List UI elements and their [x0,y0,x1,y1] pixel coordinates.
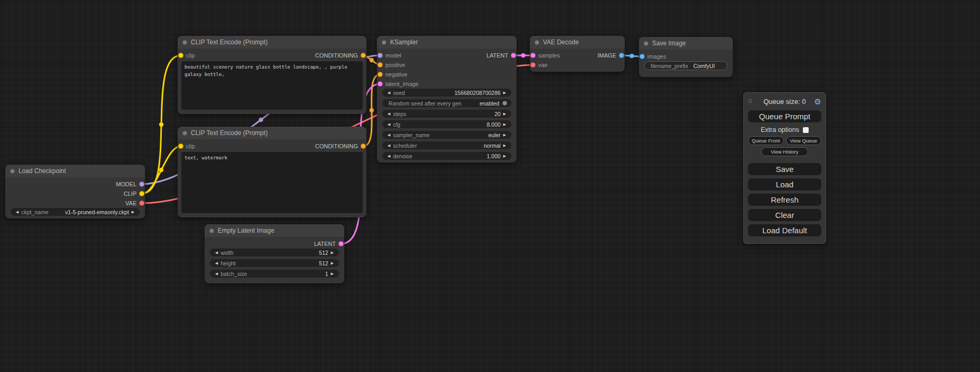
input-slot-positive-dot[interactable] [377,62,383,68]
node-title: KSampler [390,39,418,46]
input-slot-images-dot[interactable] [639,54,645,59]
node-title-bar[interactable]: CLIP Text Encode (Prompt) [178,127,366,139]
arrow-right-icon[interactable]: ▶ [501,89,509,97]
output-slot-image-dot[interactable] [619,53,624,58]
load-default-button[interactable]: Load Default [748,224,821,236]
slot-row: clip CONDITIONING [178,141,366,151]
node-save-image[interactable]: Save Image images filename_prefix ComfyU… [639,37,733,77]
extra-options-checkbox[interactable] [803,127,809,133]
widget-cfg[interactable]: ◀ cfg 8.000 ▶ [382,120,511,128]
arrow-right-icon[interactable]: ▶ [328,270,336,278]
node-clip-text-encode-negative[interactable]: CLIP Text Encode (Prompt) clip CONDITION… [178,127,366,217]
input-slot-samples-dot[interactable] [530,53,536,58]
node-title-bar[interactable]: VAE Decode [530,36,625,49]
input-slot-clip-dot[interactable] [178,144,183,149]
arrow-right-icon[interactable]: ▶ [501,131,509,139]
queue-prompt-button[interactable]: Queue Prompt [748,110,821,122]
node-title-bar[interactable]: CLIP Text Encode (Prompt) [178,36,366,49]
arrow-left-icon[interactable]: ◀ [385,131,393,139]
input-slot-vae-dot[interactable] [530,62,536,68]
arrow-right-icon[interactable]: ▶ [501,110,509,118]
widget-steps[interactable]: ◀ steps 20 ▶ [382,110,511,118]
output-slot-label: CONDITIONING [315,143,358,149]
node-title-bar[interactable]: Save Image [639,37,733,50]
widget-width[interactable]: ◀ width 512 ▶ [210,249,339,256]
collapse-dot-icon[interactable] [644,41,648,46]
arrow-right-icon[interactable]: ▶ [328,259,336,267]
collapse-dot-icon[interactable] [382,40,386,45]
slot-row: positive [377,60,517,70]
arrow-left-icon[interactable]: ◀ [13,208,21,216]
node-clip-text-encode-positive[interactable]: CLIP Text Encode (Prompt) clip CONDITION… [178,36,366,114]
arrow-left-icon[interactable]: ◀ [385,141,393,149]
view-history-button[interactable]: View History [761,147,808,156]
widget-seed[interactable]: ◀ seed 156680208700286 ▶ [382,89,511,97]
arrow-right-icon[interactable]: ▶ [501,120,509,128]
arrow-right-icon[interactable]: ▶ [328,249,336,256]
slot-row: negative [377,70,517,79]
widget-batch-size[interactable]: ◀ batch_size 1 ▶ [210,270,339,278]
collapse-dot-icon[interactable] [10,169,15,174]
toggle-dot[interactable] [502,101,507,106]
input-slot-label: clip [186,143,195,149]
arrow-left-icon[interactable]: ◀ [212,259,220,267]
output-slot-label: LATENT [487,52,508,59]
output-slot-clip-dot[interactable] [139,191,144,196]
refresh-button[interactable]: Refresh [748,194,821,206]
widget-value: enabled [480,100,499,107]
load-button[interactable]: Load [748,178,821,190]
input-slot-clip-dot[interactable] [178,53,183,58]
widget-filename-prefix[interactable]: filename_prefix ComfyUI [644,61,727,70]
clear-button[interactable]: Clear [748,209,821,221]
arrow-right-icon[interactable]: ▶ [129,208,137,216]
collapse-dot-icon[interactable] [182,131,187,136]
output-slot-latent-dot[interactable] [338,241,344,246]
slot-row: vae [530,60,625,70]
prompt-textarea[interactable]: text, watermark [181,152,363,213]
node-empty-latent-image[interactable]: Empty Latent Image LATENT ◀ width 512 ▶ … [205,224,344,283]
collapse-dot-icon[interactable] [209,228,214,233]
output-slot-latent-dot[interactable] [511,53,516,58]
collapse-dot-icon[interactable] [535,40,539,45]
node-title-bar[interactable]: Load Checkpoint [5,165,145,177]
prompt-textarea[interactable]: beautiful scenery nature glass bottle la… [181,61,363,110]
widget-value: ComfyUI [693,63,715,69]
widget-random-seed-toggle[interactable]: Random seed after every gen enabled [382,99,511,107]
queue-panel-header: ⠿ Queue size: 0 ⚙ [748,96,821,107]
collapse-dot-icon[interactable] [182,40,187,45]
gear-icon[interactable]: ⚙ [814,98,821,106]
node-title-bar[interactable]: KSampler [377,36,517,49]
graph-canvas[interactable]: Load Checkpoint MODEL CLIP VAE [0,0,980,372]
arrow-left-icon[interactable]: ◀ [385,110,393,118]
arrow-left-icon[interactable]: ◀ [385,152,393,160]
widget-height[interactable]: ◀ height 512 ▶ [210,259,339,267]
output-slot-vae-dot[interactable] [139,201,144,206]
widget-denoise[interactable]: ◀ denoise 1.000 ▶ [382,152,511,160]
widget-ckpt-name[interactable]: ◀ ckpt_name v1-5-pruned-emaonly.ckpt ▶ [11,208,140,216]
drag-handle-icon[interactable]: ⠿ [748,98,752,105]
input-slot-negative-dot[interactable] [377,72,383,77]
queue-front-button[interactable]: Queue Front [748,136,784,145]
queue-panel[interactable]: ⠿ Queue size: 0 ⚙ Queue Prompt Extra opt… [743,92,826,244]
node-load-checkpoint[interactable]: Load Checkpoint MODEL CLIP VAE [5,165,145,218]
output-slot-conditioning-dot[interactable] [361,144,366,149]
node-ksampler[interactable]: KSampler model LATENT positive [377,36,517,163]
wire-midpoint-dot [370,108,374,112]
arrow-left-icon[interactable]: ◀ [385,120,393,128]
output-slot-model-dot[interactable] [139,182,144,187]
arrow-left-icon[interactable]: ◀ [212,249,220,256]
node-title-bar[interactable]: Empty Latent Image [205,224,344,237]
arrow-left-icon[interactable]: ◀ [212,270,220,278]
save-button[interactable]: Save [748,163,821,175]
input-slot-latent-image-dot[interactable] [377,81,383,87]
arrow-right-icon[interactable]: ▶ [501,152,509,160]
input-slot-model-dot[interactable] [377,53,383,58]
output-slot-conditioning-dot[interactable] [361,53,366,58]
view-queue-button[interactable]: View Queue [786,136,822,145]
node-vae-decode[interactable]: VAE Decode samples IMAGE vae [530,36,625,72]
widget-scheduler[interactable]: ◀ scheduler normal ▶ [382,141,511,149]
arrow-right-icon[interactable]: ▶ [501,141,509,149]
widget-value: 20 [494,111,501,117]
widget-sampler-name[interactable]: ◀ sampler_name euler ▶ [382,131,511,139]
arrow-left-icon[interactable]: ◀ [385,89,393,97]
